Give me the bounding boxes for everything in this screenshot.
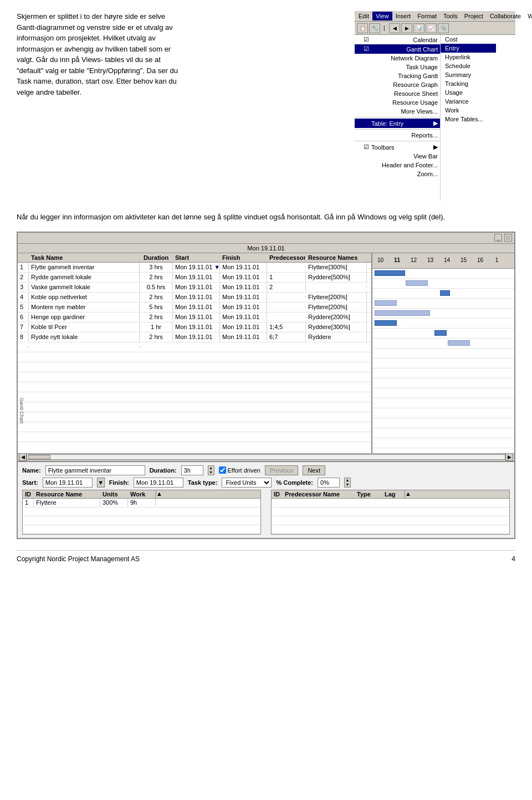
gantt-main-table: Task Name Duration Start Finish Predeces… bbox=[18, 253, 514, 453]
table-row-empty[interactable] bbox=[18, 362, 371, 372]
spinner-up[interactable]: ▲ bbox=[208, 466, 214, 470]
previous-button[interactable]: Previous bbox=[265, 465, 299, 475]
submenu-summary[interactable]: Summary bbox=[441, 70, 496, 79]
menu-item-taskusage[interactable]: Task Usage bbox=[355, 63, 440, 71]
task-type-select[interactable]: Fixed Units bbox=[222, 478, 272, 488]
pred-row-empty[interactable] bbox=[272, 516, 509, 525]
table-row-empty[interactable] bbox=[18, 382, 371, 392]
table-row[interactable]: 4 Koble opp nettverket 2 hrs Mon 19.11.0… bbox=[18, 293, 371, 302]
menu-edit[interactable]: Edit bbox=[355, 12, 372, 20]
pred-row-empty[interactable] bbox=[272, 499, 509, 507]
menu-item-gantt[interactable]: ☑Gantt Chart bbox=[355, 44, 440, 54]
resource-table-row-empty[interactable] bbox=[23, 507, 260, 516]
window-restore-btn[interactable]: □ bbox=[504, 234, 512, 242]
menu-window[interactable]: Window bbox=[524, 12, 532, 20]
start-dropdown-btn[interactable]: ▼ bbox=[97, 478, 105, 488]
cell-duration-6: 2 hrs bbox=[140, 312, 173, 321]
name-input[interactable] bbox=[45, 465, 145, 475]
table-row[interactable]: 2 Rydde gammelt lokale 2 hrs Mon 19.11.0… bbox=[18, 273, 371, 283]
next-button[interactable]: Next bbox=[303, 465, 325, 475]
submenu-work[interactable]: Work bbox=[441, 106, 496, 115]
submenu-usage[interactable]: Usage bbox=[441, 88, 496, 97]
menu-view[interactable]: View bbox=[372, 12, 392, 20]
menu-item-resusage[interactable]: Resource Usage bbox=[355, 98, 440, 107]
tb-btn-6[interactable]: 📈 bbox=[426, 23, 437, 33]
chart-day-14: 14 bbox=[439, 253, 456, 268]
cell-start-8: Mon 19.11.01 bbox=[173, 332, 220, 341]
table-row-empty[interactable] bbox=[18, 402, 371, 412]
submenu-schedule[interactable]: Schedule bbox=[441, 61, 496, 70]
res-scroll-btn[interactable]: ▲ bbox=[156, 490, 163, 498]
menu-insert[interactable]: Insert bbox=[392, 12, 415, 20]
table-row-empty[interactable] bbox=[18, 372, 371, 382]
tb-btn-1[interactable]: 📋 bbox=[357, 23, 368, 33]
menu-item-header[interactable]: Header and Footer... bbox=[355, 161, 440, 170]
window-minimize-btn[interactable]: _ bbox=[494, 234, 502, 242]
table-row-empty[interactable] bbox=[18, 422, 371, 432]
submenu-hyperlink[interactable]: Hyperlink bbox=[441, 53, 496, 61]
tb-btn-4[interactable]: ▶ bbox=[401, 23, 412, 33]
table-row-empty[interactable] bbox=[18, 352, 371, 362]
menu-item-calendar[interactable]: ☑Calendar bbox=[355, 35, 440, 44]
submenu-tracking[interactable]: Tracking bbox=[441, 79, 496, 88]
menu-item-resgraph[interactable]: Resource Graph bbox=[355, 80, 440, 89]
submenu-cost[interactable]: Cost bbox=[441, 35, 496, 44]
table-row[interactable]: 3 Vaske gammelt lokale 0.5 hrs Mon 19.11… bbox=[18, 283, 371, 293]
menu-item-network[interactable]: Network Diagram bbox=[355, 54, 440, 63]
pred-row-empty[interactable] bbox=[272, 525, 509, 534]
scrollbar-track[interactable] bbox=[27, 454, 505, 460]
menu-item-tracking[interactable]: Tracking Gantt bbox=[355, 71, 440, 80]
tb-btn-3[interactable]: ◀ bbox=[389, 23, 400, 33]
pred-scroll-btn[interactable]: ▲ bbox=[405, 490, 412, 498]
table-row[interactable]: 6 Henge opp gardiner 2 hrs Mon 19.11.01 … bbox=[18, 312, 371, 322]
pred-row-empty[interactable] bbox=[272, 507, 509, 516]
pct-spinner-up[interactable]: ▲ bbox=[345, 478, 350, 483]
menu-item-zoom[interactable]: Zoom... bbox=[355, 170, 440, 178]
finish-input[interactable] bbox=[134, 478, 183, 488]
cell-finish-4: Mon 19.11.01 bbox=[220, 293, 267, 301]
submenu-entry[interactable]: Entry bbox=[441, 44, 496, 53]
start-input[interactable] bbox=[43, 478, 93, 488]
menu-collaborate[interactable]: Collaborate bbox=[487, 12, 524, 20]
resource-table-row-empty[interactable] bbox=[23, 516, 260, 525]
pct-spinner-down[interactable]: ▼ bbox=[345, 483, 350, 487]
menu-item-viewbar[interactable]: View Bar bbox=[355, 152, 440, 161]
tb-btn-2[interactable]: 🔧 bbox=[369, 23, 380, 33]
table-row[interactable]: 8 Rydde nytt lokale 2 hrs Mon 19.11.01 M… bbox=[18, 332, 371, 342]
menu-format[interactable]: Format bbox=[414, 12, 440, 20]
pct-spinner[interactable]: ▲ ▼ bbox=[344, 478, 351, 488]
menu-item-reports[interactable]: Reports... bbox=[355, 131, 440, 140]
table-row-empty[interactable] bbox=[18, 412, 371, 422]
menu-item-ressheet[interactable]: Resource Sheet bbox=[355, 89, 440, 98]
duration-input[interactable] bbox=[181, 465, 203, 475]
cell-start-2: Mon 19.11.01 bbox=[173, 273, 220, 281]
pct-complete-input[interactable] bbox=[318, 478, 340, 488]
submenu-moretables[interactable]: More Tables... bbox=[441, 115, 496, 124]
menu-item-table[interactable]: Table: Entry ▶ bbox=[355, 119, 440, 128]
table-row-empty[interactable] bbox=[18, 432, 371, 442]
tb-btn-7[interactable]: 📎 bbox=[438, 23, 449, 33]
menu-tools[interactable]: Tools bbox=[440, 12, 461, 20]
table-row[interactable]: 7 Koble til Pcer 1 hr Mon 19.11.01 Mon 1… bbox=[18, 322, 371, 332]
menu-project[interactable]: Project bbox=[461, 12, 487, 20]
menu-item-moreview[interactable]: More Views... bbox=[355, 107, 440, 116]
scroll-left-btn[interactable]: ◀ bbox=[19, 453, 27, 461]
scroll-right-btn[interactable]: ▶ bbox=[505, 453, 513, 461]
submenu-variance[interactable]: Variance bbox=[441, 97, 496, 106]
resource-table-row-1[interactable]: 1 Flyttere 300% 9h bbox=[23, 499, 260, 507]
duration-spinner[interactable]: ▲ ▼ bbox=[208, 465, 214, 475]
spinner-down[interactable]: ▼ bbox=[208, 470, 214, 475]
chart-day-16: 16 bbox=[472, 253, 489, 268]
effort-driven-checkbox[interactable] bbox=[219, 466, 226, 474]
tb-btn-5[interactable]: 📊 bbox=[413, 23, 424, 33]
table-row-empty[interactable] bbox=[18, 392, 371, 402]
check-header bbox=[364, 162, 370, 168]
table-row[interactable]: 5 Montere nye møbler 5 hrs Mon 19.11.01 … bbox=[18, 302, 371, 312]
table-row-empty[interactable] bbox=[18, 342, 371, 352]
resource-table-row-empty[interactable] bbox=[23, 525, 260, 534]
check-gantt: ☑ bbox=[364, 45, 370, 53]
menu-item-toolbars[interactable]: ☑Toolbars ▶ bbox=[355, 142, 440, 152]
scrollbar-thumb[interactable] bbox=[28, 455, 50, 459]
col-header-pred-type: Type bbox=[355, 490, 382, 498]
table-row[interactable]: 1 Flytte gammelt inventar 3 hrs Mon 19.1… bbox=[18, 263, 371, 273]
